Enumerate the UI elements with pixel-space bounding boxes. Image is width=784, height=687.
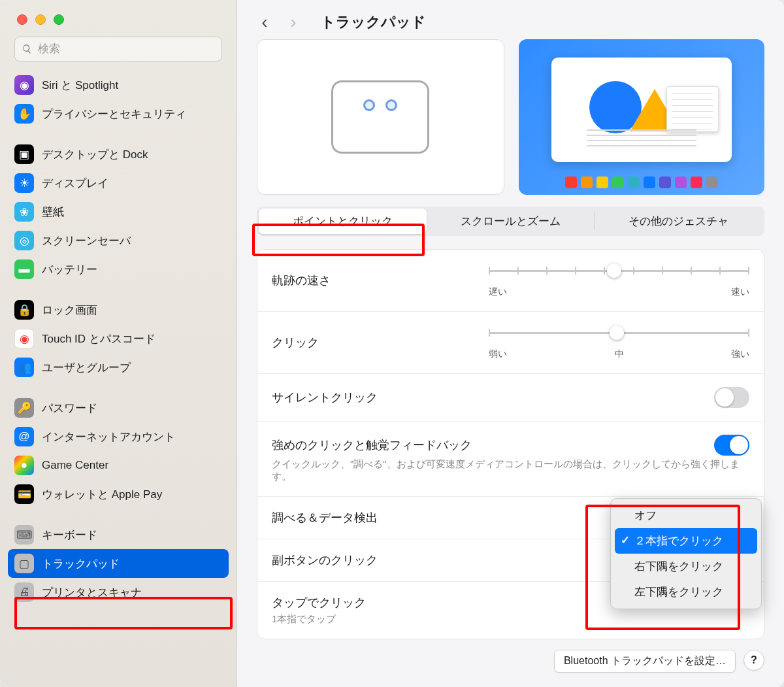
sidebar-icon: ◉ xyxy=(14,329,34,348)
sidebar-label: バッテリー xyxy=(42,262,97,277)
row-force-click: 強めのクリックと触覚フィードバック クイックルック、"調べる"、および可変速度メ… xyxy=(257,422,764,497)
row-click: クリック 弱い 中 強い xyxy=(257,312,764,374)
sidebar-label: スクリーンセーバ xyxy=(42,233,131,248)
sidebar-label: ウォレットと Apple Pay xyxy=(42,487,162,502)
sidebar-item[interactable]: ◉Touch ID とパスコード xyxy=(8,324,229,353)
tab-point-click[interactable]: ポイントとクリック xyxy=(259,209,427,234)
help-button[interactable]: ? xyxy=(743,650,764,671)
trackpad-preview xyxy=(257,39,504,195)
tracking-label: 軌跡の速さ xyxy=(272,273,481,288)
menu-item[interactable]: オフ xyxy=(615,503,757,528)
sidebar-icon: 💳 xyxy=(14,484,34,504)
menu-item[interactable]: 左下隅をクリック xyxy=(615,579,757,605)
forward-button[interactable]: › xyxy=(286,12,301,33)
lookup-label: 調べる＆データ検出 xyxy=(272,510,378,526)
bluetooth-setup-button[interactable]: Bluetooth トラックパッドを設定… xyxy=(554,650,736,673)
window-controls xyxy=(0,14,237,37)
gesture-preview xyxy=(519,39,765,195)
sidebar-label: 壁紙 xyxy=(42,205,64,220)
search-field[interactable] xyxy=(14,37,222,61)
sidebar-icon: ☀ xyxy=(14,173,34,193)
row-tracking-speed: 軌跡の速さ 遅い 速い xyxy=(257,250,764,312)
sidebar-item[interactable]: ❀壁紙 xyxy=(8,197,229,226)
tab-more-gestures[interactable]: その他のジェスチャ xyxy=(595,209,762,234)
sidebar-icon: 🔒 xyxy=(14,300,34,320)
sidebar-icon: ▣ xyxy=(14,144,34,164)
secondary-click-menu[interactable]: オフ２本指でクリック右下隅をクリック左下隅をクリック xyxy=(610,498,762,609)
search-icon xyxy=(22,43,33,55)
sidebar-item[interactable]: ☀ディスプレイ xyxy=(8,169,229,197)
tab-scroll-zoom[interactable]: スクロールとズーム xyxy=(427,209,595,234)
sidebar-item[interactable]: 🔒ロック画面 xyxy=(8,295,229,324)
sidebar-icon: 🖨 xyxy=(14,582,34,602)
sidebar-label: ユーザとグループ xyxy=(42,360,131,375)
sidebar-item[interactable]: ✋プライバシーとセキュリティ xyxy=(8,99,229,128)
search-input[interactable] xyxy=(38,42,215,56)
sidebar-icon: 👥 xyxy=(14,358,34,377)
sidebar-item[interactable]: ▣デスクトップと Dock xyxy=(8,140,229,169)
sidebar-item[interactable]: ◎スクリーンセーバ xyxy=(8,226,229,255)
secondary-label: 副ボタンのクリック xyxy=(272,552,378,568)
sidebar-item[interactable]: ⌨キーボード xyxy=(8,520,229,549)
tab-bar: ポイントとクリック スクロールとズーム その他のジェスチャ xyxy=(257,207,764,236)
sidebar-item[interactable]: @インターネットアカウント xyxy=(8,422,229,451)
force-click-toggle[interactable] xyxy=(714,435,749,456)
sidebar-icon: ⌨ xyxy=(14,525,34,545)
sidebar-label: ディスプレイ xyxy=(42,176,108,191)
zoom-button[interactable] xyxy=(54,14,64,25)
menu-item[interactable]: ２本指でクリック xyxy=(615,528,757,554)
sidebar-icon: ◎ xyxy=(14,231,34,250)
force-sub: クイックルック、"調べる"、および可変速度メディアコントロールの場合は、クリック… xyxy=(272,458,749,483)
sidebar-label: ロック画面 xyxy=(42,303,97,318)
sidebar-item[interactable]: ▬バッテリー xyxy=(8,255,229,284)
page-title: トラックパッド xyxy=(321,12,426,32)
sidebar-icon: ✋ xyxy=(14,104,34,124)
sidebar-label: インターネットアカウント xyxy=(42,429,175,444)
sidebar-item[interactable]: 🖨プリンタとスキャナ xyxy=(8,578,229,607)
sidebar-icon: @ xyxy=(14,427,34,446)
close-button[interactable] xyxy=(17,14,27,25)
sidebar-label: プリンタとスキャナ xyxy=(42,585,142,600)
tap-sub: 1本指でタップ xyxy=(272,613,749,626)
sidebar-icon: 🔑 xyxy=(14,398,34,418)
silent-click-toggle[interactable] xyxy=(714,387,749,408)
sidebar-item[interactable]: ●Game Center xyxy=(8,451,229,480)
silent-label: サイレントクリック xyxy=(272,390,378,405)
tracking-slider[interactable] xyxy=(489,264,749,277)
force-label: 強めのクリックと触覚フィードバック xyxy=(272,437,472,453)
sidebar-label: プライバシーとセキュリティ xyxy=(42,107,186,122)
click-label: クリック xyxy=(272,335,481,350)
sidebar-icon: ▬ xyxy=(14,260,34,279)
sidebar-item[interactable]: ◉Siri と Spotlight xyxy=(8,71,229,99)
sidebar-icon: ▢ xyxy=(14,554,34,573)
sidebar-icon: ◉ xyxy=(14,75,34,95)
menu-item[interactable]: 右下隅をクリック xyxy=(615,554,757,579)
sidebar-label: Game Center xyxy=(42,459,108,472)
sidebar-icon: ● xyxy=(14,456,34,475)
sidebar-label: キーボード xyxy=(42,528,97,543)
minimize-button[interactable] xyxy=(35,14,46,25)
sidebar-label: デスクトップと Dock xyxy=(42,147,148,162)
sidebar-item[interactable]: 🔑パスワード xyxy=(8,394,229,422)
row-silent-click: サイレントクリック xyxy=(257,374,764,422)
sidebar-item[interactable]: 💳ウォレットと Apple Pay xyxy=(8,480,229,509)
sidebar-item[interactable]: ▢トラックパッド xyxy=(8,549,229,578)
back-button[interactable]: ‹ xyxy=(257,12,272,33)
sidebar-label: Touch ID とパスコード xyxy=(42,331,155,346)
sidebar-item[interactable]: 👥ユーザとグループ xyxy=(8,353,229,382)
sidebar-label: パスワード xyxy=(42,401,97,416)
sidebar-label: トラックパッド xyxy=(42,556,120,571)
sidebar-icon: ❀ xyxy=(14,202,34,222)
sidebar-label: Siri と Spotlight xyxy=(42,78,118,93)
click-slider[interactable] xyxy=(489,326,749,339)
